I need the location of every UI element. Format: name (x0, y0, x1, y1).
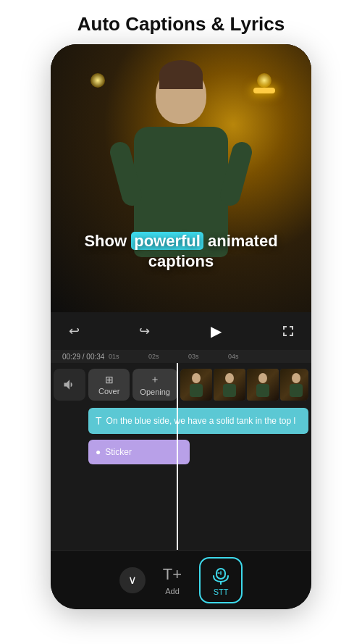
cover-label: Cover (98, 387, 119, 396)
timeline-ruler: 00:29 / 00:34 01s 02s 03s 04s (51, 350, 311, 363)
audio-mute-button[interactable] (54, 369, 85, 401)
opening-button[interactable]: ＋ Opening (132, 369, 177, 401)
add-button[interactable]: T+ Add (154, 565, 190, 595)
video-thumb-3 (247, 369, 279, 401)
caption-track-text: On the blue side, we have a solid tank i… (106, 416, 296, 426)
bottom-toolbar: ∨ T+ Add STT (51, 550, 311, 609)
sticker-track-icon: ● (96, 447, 101, 457)
add-icon: T+ (163, 565, 182, 584)
sticker-track-text: Sticker (105, 447, 132, 457)
caption-text: Show powerful animated captions (62, 231, 300, 272)
video-thumb-1 (180, 369, 212, 401)
person-hair (159, 60, 203, 89)
volume-icon (62, 377, 77, 392)
add-label: Add (165, 587, 180, 595)
controls-bar: ↩ ↪ ▶ (51, 312, 311, 350)
opening-icon: ＋ (150, 373, 160, 386)
cover-icon: ⊞ (105, 374, 114, 385)
play-button[interactable]: ▶ (203, 318, 230, 344)
playhead (177, 363, 178, 550)
timeline-tracks: ⊞ Cover ＋ Opening (51, 363, 311, 550)
caption-track-icon: T (96, 415, 102, 427)
cover-button[interactable]: ⊞ Cover (88, 369, 130, 401)
stt-button[interactable]: STT (199, 557, 243, 603)
ruler-mark-1: 01s (109, 353, 148, 360)
page-title: Auto Captions & Lyrics (63, 0, 300, 44)
opening-label: Opening (140, 388, 170, 396)
ruler-mark-3: 03s (188, 353, 228, 360)
timeline-area: 00:29 / 00:34 01s 02s 03s 04s ⊞ Cover (51, 350, 311, 550)
caption-track[interactable]: T On the blue side, we have a solid tank… (88, 408, 308, 434)
collapse-button[interactable]: ∨ (119, 567, 146, 593)
redo-button[interactable]: ↪ (132, 319, 156, 343)
stt-label: STT (214, 587, 229, 596)
undo-button[interactable]: ↩ (62, 319, 85, 343)
video-thumb-4 (280, 369, 308, 401)
chevron-down-icon: ∨ (128, 573, 137, 587)
video-thumb-2 (214, 369, 245, 401)
ruler-mark-4: 04s (228, 353, 268, 360)
video-strip (180, 369, 308, 401)
phone-mockup: Show powerful animated captions ↩ ↪ ▶ 00… (51, 44, 311, 609)
person-arm-left (108, 140, 144, 208)
bg-light-right (257, 73, 272, 88)
caption-before: Show (84, 232, 131, 250)
bg-light-left (90, 73, 105, 88)
video-preview: Show powerful animated captions (51, 44, 311, 312)
person-arm-right (218, 140, 254, 208)
caption-highlight: powerful (131, 232, 203, 250)
sticker-track[interactable]: ● Sticker (88, 440, 190, 464)
caption-overlay: Show powerful animated captions (51, 231, 311, 272)
current-time: 00:29 / 00:34 (62, 353, 104, 361)
stt-icon (211, 564, 231, 585)
bg-light-strip (253, 88, 275, 93)
fullscreen-icon (281, 324, 295, 338)
fullscreen-button[interactable] (277, 319, 300, 343)
ruler-mark-2: 02s (148, 353, 188, 360)
cover-track-row: ⊞ Cover ＋ Opening (51, 366, 311, 403)
person-head (156, 66, 206, 124)
